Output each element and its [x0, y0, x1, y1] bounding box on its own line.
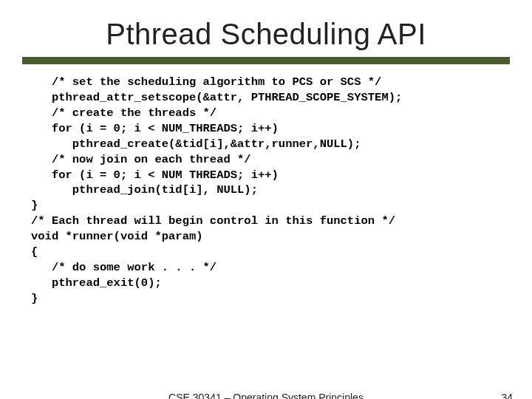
footer-page-number: 34: [501, 392, 513, 399]
code-block: /* set the scheduling algorithm to PCS o…: [31, 75, 532, 307]
footer-course: CSE 30341 – Operating System Principles: [0, 392, 532, 399]
title-underline: [22, 57, 510, 64]
slide-title: Pthread Scheduling API: [0, 18, 532, 51]
